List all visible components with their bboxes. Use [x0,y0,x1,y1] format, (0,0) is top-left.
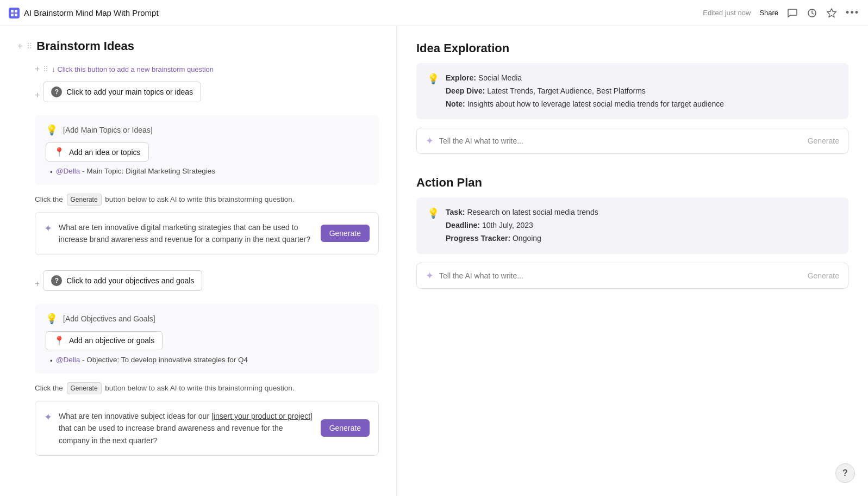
action-card-row: 💡 Task: Research on latest social media … [427,206,838,245]
mention-della-2: @Della [56,356,80,364]
idea-card-row: 💡 Explore: Social Media Deep Dive: Lates… [427,72,838,110]
generate-badge-2: Generate [67,382,102,394]
more-options-icon[interactable]: ••• [846,7,859,18]
idea-ai-sparkle-icon: ✦ [426,135,434,147]
add-goal-label: Add an objective or goals [69,336,154,345]
add-topic-button[interactable]: ? Click to add your main topics or ideas [43,82,201,102]
note-value: Insights about how to leverage latest so… [467,100,724,108]
app-icon [9,8,20,18]
svg-rect-0 [11,10,14,13]
action-card-content: Task: Research on latest social media tr… [446,206,838,245]
generate-button-2[interactable]: Generate [321,419,370,437]
add-topic-label: Click to add your main topics or ideas [66,88,193,96]
goals-card-header: 💡 [Add Objectives and Goals] [46,313,368,325]
bulb-icon-2: 💡 [46,313,58,325]
deadline-label: Deadline: [446,221,480,230]
history-icon[interactable] [807,8,817,18]
explore-label: Explore: [446,73,476,82]
generate-box-2: ✦ What are ten innovative subject ideas … [35,401,379,456]
generate-box-text-1: What are ten innovative digital marketin… [59,221,314,246]
progress-label: Progress Tracker: [446,234,510,243]
sparkle-icon-1: ✦ [44,222,52,234]
sub-link-text[interactable]: ↓ Click this button to add a new brainst… [52,65,214,73]
ideas-card: 💡 [Add Main Topics or Ideas] 📍 Add an id… [35,115,379,185]
help-fab[interactable]: ? [835,463,855,483]
pin-icon: 📍 [54,147,65,157]
generate-hint-2: Click the Generate button below to ask A… [35,382,379,394]
ideas-card-header: 💡 [Add Main Topics or Ideas] [46,124,368,136]
idea-ai-input[interactable] [439,137,802,145]
bulb-icon: 💡 [46,124,58,136]
idea-bullet-content: - Main Topic: Digital Marketing Strategi… [82,167,215,175]
gen-text-link: [insert your product or project] [211,412,313,420]
deadline-value: 10th July, 2023 [482,221,533,230]
goal-bullet-item: • @Della - Objective: To develop innovat… [46,356,368,365]
goals-card: 💡 [Add Objectives and Goals] 📍 Add an ob… [35,304,379,374]
action-bulb-icon: 💡 [427,207,439,219]
add-goals-button[interactable]: ? Click to add your objectives and goals [43,270,202,291]
action-ai-generate-btn[interactable]: Generate [808,271,839,280]
brainstorm-title: Brainstorm Ideas [36,39,134,53]
idea-exploration-card: 💡 Explore: Social Media Deep Dive: Lates… [416,63,848,119]
idea-bulb-icon: 💡 [427,73,439,85]
left-panel: + ⠿ Brainstorm Ideas + ⠿ ↓ Click this bu… [0,26,397,496]
generate-badge-1: Generate [67,194,102,206]
idea-bullet-text: @Della - Main Topic: Digital Marketing S… [56,167,215,175]
goal-bullet-content: - Objective: To develop innovative strat… [82,356,248,364]
topbar: AI Brainstorm Mind Map With Prompt Edite… [0,0,868,26]
idea-ai-input-row: ✦ Generate [416,128,848,154]
add-goals-label: Click to add your objectives and goals [66,276,194,285]
action-ai-input[interactable] [439,271,802,280]
sparkle-icon-2: ✦ [44,411,52,423]
svg-rect-1 [15,10,17,13]
help-circle-icon: ? [51,86,62,97]
main-layout: + ⠿ Brainstorm Ideas + ⠿ ↓ Click this bu… [0,26,868,496]
sub-drag-handle[interactable]: ⠿ [43,65,48,73]
share-button[interactable]: Share [759,9,778,17]
add-idea-label: Add an idea or topics [69,148,141,157]
action-plan-title: Action Plan [416,176,848,190]
idea-exploration-title: Idea Exploration [416,41,848,55]
add-topic-plus[interactable]: + [35,90,40,100]
topbar-left: AI Brainstorm Mind Map With Prompt [9,8,159,18]
add-goal-button[interactable]: 📍 Add an objective or goals [46,331,163,350]
generate-box-1: ✦ What are ten innovative digital market… [35,212,379,255]
right-panel: Idea Exploration 💡 Explore: Social Media… [397,26,868,496]
task-value: Research on latest social media trends [467,208,598,216]
sub-link-row: + ⠿ ↓ Click this button to add a new bra… [17,64,379,74]
edited-status: Edited just now [703,9,751,17]
drag-handle-icon[interactable]: ⠿ [27,42,32,51]
ideas-card-title: [Add Main Topics or Ideas] [63,126,153,134]
gen-text-prefix: What are ten innovative subject ideas fo… [59,412,211,420]
help-circle-icon-2: ? [51,275,62,286]
add-sub-icon[interactable]: + [35,64,40,74]
deep-dive-value: Latest Trends, Target Audience, Best Pla… [487,86,646,95]
gen-text-suffix: that can be used to increase brand aware… [59,424,283,444]
idea-ai-generate-btn[interactable]: Generate [808,137,839,145]
add-goals-plus[interactable]: + [35,279,40,289]
generate-box-text-2: What are ten innovative subject ideas fo… [59,410,314,447]
comment-icon[interactable] [787,8,798,18]
deep-dive-label: Deep Dive: [446,86,485,95]
page-title: AI Brainstorm Mind Map With Prompt [24,8,159,17]
add-idea-button[interactable]: 📍 Add an idea or topics [46,142,149,162]
action-ai-input-row: ✦ Generate [416,263,848,289]
idea-card-content: Explore: Social Media Deep Dive: Latest … [446,72,838,110]
idea-bullet-item: • @Della - Main Topic: Digital Marketing… [46,167,368,176]
progress-value: Ongoing [513,234,541,243]
action-ai-sparkle-icon: ✦ [426,270,434,282]
star-icon[interactable] [826,8,837,18]
bullet-dot-2: • [50,357,53,365]
svg-rect-3 [15,14,17,16]
brainstorm-heading-row: + ⠿ Brainstorm Ideas [17,39,379,53]
goal-bullet-text: @Della - Objective: To develop innovativ… [56,356,248,364]
note-label: Note: [446,100,465,108]
generate-button-1[interactable]: Generate [321,225,370,242]
pin-icon-2: 📍 [54,336,65,346]
svg-rect-2 [11,14,14,16]
explore-value: Social Media [478,73,522,82]
mention-della: @Della [56,167,80,175]
goals-card-title: [Add Objectives and Goals] [63,314,155,323]
add-section-icon[interactable]: + [17,41,22,51]
generate-hint-1: Click the Generate button below to ask A… [35,194,379,206]
